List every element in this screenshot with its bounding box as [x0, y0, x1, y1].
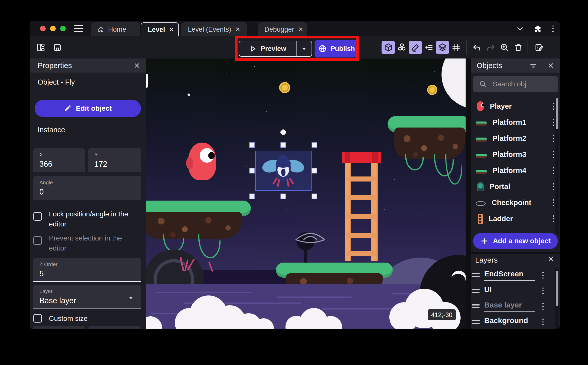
fly-instance-selected[interactable]	[263, 153, 303, 191]
object-list-item[interactable]: Platform1	[471, 114, 560, 130]
layer-name[interactable]: UI	[484, 285, 535, 296]
resize-handle[interactable]	[312, 168, 317, 173]
object-more-options-icon[interactable]	[552, 167, 554, 174]
checkpoint-instance[interactable]	[293, 229, 327, 249]
preview-button[interactable]: Preview	[239, 41, 312, 57]
x-field-input[interactable]	[39, 160, 78, 169]
layer-name[interactable]: Base layer	[484, 301, 535, 312]
object-list-item[interactable]: Ladder	[471, 211, 560, 227]
drag-handle-icon[interactable]	[472, 289, 480, 293]
object-list-item[interactable]: Platform3	[471, 146, 560, 162]
object-groups-button[interactable]	[395, 41, 409, 54]
resize-handle[interactable]	[280, 194, 286, 199]
edit-object-button[interactable]: Edit object	[35, 100, 141, 117]
preview-button-main[interactable]: Preview	[239, 41, 296, 56]
open-project-manager-button[interactable]	[34, 41, 48, 54]
main-menu-icon[interactable]	[74, 25, 83, 32]
x-field[interactable]: X	[33, 148, 85, 172]
zoom-in-button[interactable]	[498, 41, 511, 54]
redo-button[interactable]	[484, 41, 497, 54]
object-list-item[interactable]: Player	[471, 98, 560, 114]
lock-position-checkbox[interactable]	[33, 212, 42, 221]
layer-list-item[interactable]: UI	[471, 283, 560, 298]
object-list-item[interactable]: Platform4	[471, 162, 560, 178]
drag-handle-icon[interactable]	[472, 304, 480, 308]
search-objects-input[interactable]	[492, 80, 550, 88]
instances-list-button[interactable]	[422, 41, 436, 54]
save-button[interactable]	[51, 41, 64, 54]
scene-editor-canvas[interactable]: 412;-30	[146, 58, 466, 329]
layer-more-options-icon[interactable]	[542, 272, 544, 279]
rotate-handle[interactable]	[280, 129, 287, 136]
custom-size-checkbox[interactable]	[33, 314, 42, 323]
ladder-top-platform[interactable]	[342, 152, 381, 163]
maximize-window-button[interactable]	[60, 26, 66, 31]
object-more-options-icon[interactable]	[552, 119, 554, 126]
object-more-options-icon[interactable]	[552, 215, 554, 222]
layers-scrollbar-thumb[interactable]	[556, 271, 558, 306]
objects-scrollbar-thumb[interactable]	[556, 98, 558, 129]
extensions-icon[interactable]	[534, 25, 542, 33]
toggle-objects-panel-button[interactable]	[382, 41, 395, 54]
toggle-layers-panel-button[interactable]	[436, 41, 449, 54]
object-list-item[interactable]: Platform2	[471, 130, 560, 146]
toggle-properties-panel-button[interactable]	[409, 41, 422, 54]
close-window-button[interactable]	[40, 26, 46, 31]
resize-handle[interactable]	[312, 194, 317, 199]
resize-handle[interactable]	[249, 142, 255, 148]
resize-handle[interactable]	[249, 168, 255, 173]
close-tab-icon[interactable]: ✕	[235, 26, 240, 32]
tab-home[interactable]: Home	[91, 22, 140, 36]
tab-level-events[interactable]: Level (Events) ✕	[181, 22, 247, 36]
layer-name[interactable]: Background	[484, 316, 535, 327]
layer-more-options-icon[interactable]	[542, 319, 544, 325]
prevent-selection-checkbox[interactable]	[33, 236, 42, 245]
layer-name[interactable]: EndScreen	[484, 270, 535, 281]
object-more-options-icon[interactable]	[552, 199, 554, 206]
minimize-window-button[interactable]	[50, 26, 56, 31]
layer-more-options-icon[interactable]	[542, 303, 544, 310]
edit-scene-properties-button[interactable]	[532, 41, 546, 54]
close-icon[interactable]	[133, 62, 141, 70]
tab-debugger[interactable]: Debugger ✕	[258, 22, 307, 36]
object-list-item[interactable]: Portal	[471, 178, 560, 195]
more-vert-icon[interactable]	[552, 25, 554, 32]
object-more-options-icon[interactable]	[552, 103, 554, 110]
object-more-options-icon[interactable]	[552, 151, 554, 158]
angle-field[interactable]: Angle	[33, 176, 141, 200]
angle-field-input[interactable]	[39, 188, 126, 197]
filter-icon[interactable]	[530, 63, 537, 69]
layer-list-item[interactable]: Background	[471, 314, 560, 329]
publish-button[interactable]: Publish	[315, 40, 359, 57]
close-icon[interactable]	[547, 62, 555, 70]
close-icon[interactable]	[547, 255, 555, 263]
resize-handle[interactable]	[312, 142, 317, 148]
layer-select[interactable]: Layer Base layer	[33, 285, 141, 309]
tab-level[interactable]: Level ✕	[141, 22, 179, 36]
object-more-options-icon[interactable]	[552, 183, 554, 190]
coin-instance[interactable]	[279, 82, 290, 93]
coin-instance[interactable]	[427, 85, 437, 95]
object-more-options-icon[interactable]	[552, 135, 554, 142]
close-tab-icon[interactable]: ✕	[169, 27, 174, 33]
y-field-input[interactable]	[94, 160, 134, 169]
layer-more-options-icon[interactable]	[542, 287, 544, 294]
y-field[interactable]: Y	[88, 148, 141, 172]
drag-handle-icon[interactable]	[472, 320, 480, 324]
undo-button[interactable]	[470, 41, 484, 54]
add-new-object-button[interactable]: Add a new object	[473, 233, 558, 249]
chevron-down-icon[interactable]	[516, 25, 524, 32]
resize-handle[interactable]	[280, 142, 286, 148]
search-objects-box[interactable]	[473, 76, 558, 92]
delete-button[interactable]	[511, 41, 525, 54]
object-list-item[interactable]: Checkpoint	[471, 195, 560, 211]
z-order-input[interactable]	[39, 269, 126, 278]
preview-dropdown-button[interactable]	[296, 41, 312, 56]
layer-list-item[interactable]: Base layer	[471, 298, 560, 314]
z-order-field[interactable]: Z Order	[33, 258, 141, 282]
layer-list-item[interactable]: EndScreen	[471, 267, 560, 283]
close-tab-icon[interactable]: ✕	[298, 26, 303, 32]
resize-handle[interactable]	[249, 194, 255, 199]
grid-button[interactable]	[449, 41, 463, 54]
player-instance[interactable]	[188, 143, 216, 180]
